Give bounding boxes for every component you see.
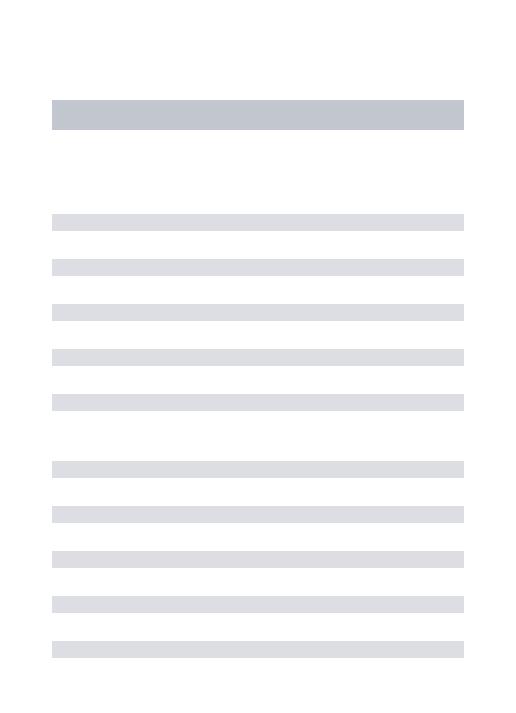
placeholder-line bbox=[52, 596, 464, 613]
text-block-2 bbox=[52, 461, 464, 658]
header-placeholder-bar bbox=[52, 100, 464, 130]
placeholder-line bbox=[52, 349, 464, 366]
placeholder-line bbox=[52, 461, 464, 478]
placeholder-line bbox=[52, 214, 464, 231]
placeholder-line bbox=[52, 551, 464, 568]
text-block-1 bbox=[52, 214, 464, 411]
placeholder-line bbox=[52, 506, 464, 523]
placeholder-line bbox=[52, 394, 464, 411]
placeholder-line bbox=[52, 641, 464, 658]
placeholder-line bbox=[52, 259, 464, 276]
placeholder-line bbox=[52, 304, 464, 321]
